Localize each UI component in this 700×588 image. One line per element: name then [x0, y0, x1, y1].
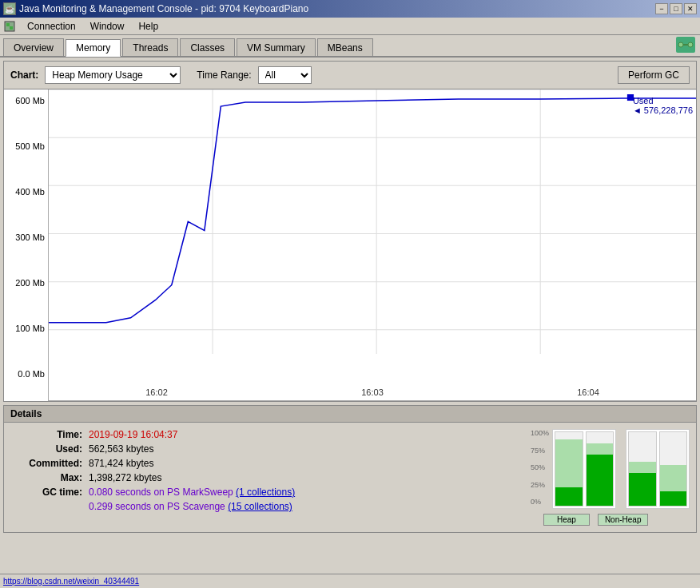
heap-button[interactable]: Heap — [543, 514, 590, 526]
y-label-600: 600 Mb — [7, 96, 45, 105]
svg-point-5 — [688, 42, 693, 47]
x-axis-labels: 16:02 16:03 16:04 — [49, 387, 696, 397]
tab-memory[interactable]: Memory — [66, 39, 121, 57]
svg-rect-4 — [683, 44, 688, 46]
heap-bar-1-used — [555, 487, 583, 506]
heap-bars — [552, 429, 616, 509]
nonheap-bars — [626, 429, 690, 509]
chart-container: 600 Mb 500 Mb 400 Mb 300 Mb 200 Mb 100 M… — [4, 89, 696, 401]
max-value: 1,398,272 kbytes — [89, 472, 161, 483]
detail-row-committed: Committed: 871,424 kbytes — [10, 458, 516, 469]
minimize-button[interactable]: − — [655, 3, 668, 14]
time-value: 2019-09-19 16:04:37 — [89, 429, 177, 440]
tab-bar: Overview Memory Threads Classes VM Summa… — [0, 35, 700, 58]
committed-key: Committed: — [10, 458, 82, 469]
y-label-500: 500 Mb — [7, 141, 45, 151]
x-label-1604: 16:04 — [577, 387, 599, 397]
detail-row-gc2: 0.299 seconds on PS Scavenge (15 collect… — [10, 501, 516, 512]
non-heap-button[interactable]: Non-Heap — [598, 514, 649, 526]
svg-rect-1 — [6, 23, 10, 26]
y-label-400: 400 Mb — [7, 187, 45, 197]
gc-key-2 — [10, 501, 82, 512]
status-url: https://blog.csdn.net/weixin_40344491 — [3, 577, 139, 586]
status-bar: https://blog.csdn.net/weixin_40344491 — [0, 574, 700, 588]
main-content: Chart: Heap Memory Usage Non-Heap Memory… — [0, 58, 700, 588]
heap-bar-2-used — [587, 455, 614, 506]
legend-value: ◄ 576,228,776 — [633, 105, 693, 115]
menu-icon — [3, 20, 16, 33]
committed-value: 871,424 kbytes — [89, 458, 153, 469]
y-label-300: 300 Mb — [7, 232, 45, 242]
bar-charts-outer: 100% 75% 50% 25% 0% — [529, 429, 690, 509]
svg-rect-2 — [10, 26, 13, 30]
detail-row-gc1: GC time: 0.080 seconds on PS MarkSweep (… — [10, 487, 516, 498]
svg-chart-area: 16:02 16:03 16:04 Used ◄ 576,228,776 — [48, 89, 696, 401]
title-buttons: − □ ✕ — [655, 3, 697, 14]
chart-select[interactable]: Heap Memory Usage Non-Heap Memory Usage … — [45, 66, 181, 84]
y-label-200: 200 Mb — [7, 278, 45, 288]
gc-key: GC time: — [10, 487, 82, 498]
nonheap-bar-2-used — [660, 491, 687, 506]
nonheap-bar-1-wrapper — [628, 431, 657, 507]
tab-vm-summary[interactable]: VM Summary — [237, 38, 316, 56]
detail-row-time: Time: 2019-09-19 16:04:37 — [10, 429, 516, 440]
title-text: Java Monitoring & Management Console - p… — [19, 3, 308, 14]
tab-overview[interactable]: Overview — [3, 38, 64, 56]
app-icon: ☕ — [3, 2, 16, 15]
bar-charts-section: 100% 75% 50% 25% 0% — [529, 429, 690, 526]
title-bar: ☕ Java Monitoring & Management Console -… — [0, 0, 700, 18]
menu-window[interactable]: Window — [84, 19, 131, 34]
menu-bar: Connection Window Help — [0, 18, 700, 35]
title-bar-left: ☕ Java Monitoring & Management Console -… — [3, 2, 308, 15]
close-button[interactable]: ✕ — [684, 3, 697, 14]
bar-y-axis: 100% 75% 50% 25% 0% — [529, 429, 551, 509]
time-range-select[interactable]: All 1 min 5 min 10 min 30 min — [258, 66, 312, 84]
used-key: Used: — [10, 443, 82, 455]
menu-help[interactable]: Help — [132, 19, 165, 34]
heap-bar-2-wrapper — [586, 431, 614, 507]
chart-section: Chart: Heap Memory Usage Non-Heap Memory… — [3, 61, 697, 402]
nonheap-bar-1-used — [629, 473, 656, 506]
heap-nonheap-labels: Heap Non-Heap — [529, 514, 690, 526]
x-label-1602: 16:02 — [145, 387, 168, 397]
y-axis: 600 Mb 500 Mb 400 Mb 300 Mb 200 Mb 100 M… — [4, 89, 48, 401]
chart-label: Chart: — [10, 70, 38, 81]
details-body: Time: 2019-09-19 16:04:37 Used: 562,563 … — [4, 423, 696, 532]
svg-point-3 — [678, 42, 683, 47]
details-table: Time: 2019-09-19 16:04:37 Used: 562,563 … — [10, 429, 516, 526]
maximize-button[interactable]: □ — [670, 3, 682, 14]
menu-connection[interactable]: Connection — [21, 19, 82, 34]
gc-value-2: 0.299 seconds on PS Scavenge (15 collect… — [89, 501, 292, 512]
chart-legend: Used ◄ 576,228,776 — [633, 96, 693, 115]
detail-row-used: Used: 562,563 kbytes — [10, 443, 516, 455]
connection-icon — [676, 37, 695, 53]
details-header: Details — [4, 406, 696, 423]
time-range-label: Time Range: — [197, 70, 251, 81]
max-key: Max: — [10, 472, 82, 483]
details-section: Details Time: 2019-09-19 16:04:37 Used: … — [3, 405, 697, 533]
tab-threads[interactable]: Threads — [122, 38, 178, 56]
detail-row-max: Max: 1,398,272 kbytes — [10, 472, 516, 483]
tab-classes[interactable]: Classes — [180, 38, 235, 56]
x-label-1603: 16:03 — [361, 387, 384, 397]
heap-bar-1-wrapper — [555, 431, 583, 507]
tab-mbeans[interactable]: MBeans — [317, 38, 373, 56]
used-value: 562,563 kbytes — [89, 443, 153, 455]
chart-toolbar: Chart: Heap Memory Usage Non-Heap Memory… — [4, 62, 696, 89]
gc-value-1: 0.080 seconds on PS MarkSweep (1 collect… — [89, 487, 295, 498]
time-key: Time: — [10, 429, 82, 440]
legend-label: Used — [633, 96, 693, 105]
perform-gc-button[interactable]: Perform GC — [618, 66, 690, 84]
y-label-0: 0.0 Mb — [7, 369, 45, 379]
nonheap-bar-2-wrapper — [659, 431, 688, 507]
y-label-100: 100 Mb — [7, 324, 45, 333]
